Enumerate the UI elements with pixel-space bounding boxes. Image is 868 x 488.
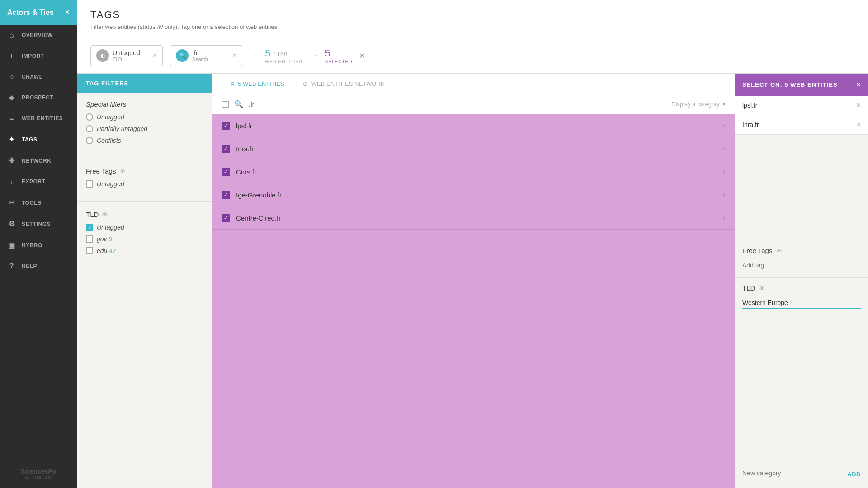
sidebar-item-crawl[interactable]: ○ CRAWL bbox=[0, 66, 77, 87]
page-header: TAGS Filter web entities (status IN only… bbox=[77, 0, 868, 38]
entity-row[interactable]: ✓ lpsl.fr › bbox=[212, 114, 735, 137]
main-content: TAGS Filter web entities (status IN only… bbox=[77, 0, 868, 488]
entity-arrow-icon: › bbox=[723, 145, 726, 153]
entity-row[interactable]: ✓ Ige-Grenoble.fr › bbox=[212, 183, 735, 206]
filter-tag-type: TLD bbox=[113, 56, 140, 62]
selection-item-name: Inra.fr bbox=[742, 121, 759, 128]
right-free-tags-eye-icon[interactable]: 👁 bbox=[776, 247, 782, 254]
entity-row[interactable]: ✓ Cnrs.fr › bbox=[212, 160, 735, 183]
sidebar-item-tags[interactable]: ✦ TAGS bbox=[0, 129, 77, 150]
tld-value-input[interactable] bbox=[742, 297, 861, 309]
tools-icon: ✂ bbox=[7, 198, 16, 207]
right-free-tags-section: Free Tags 👁 bbox=[735, 240, 868, 277]
add-tag-input[interactable] bbox=[742, 260, 861, 271]
free-tags-untagged-checkbox[interactable]: Untagged bbox=[86, 180, 203, 188]
radio-circle bbox=[86, 113, 93, 121]
tld-edu-checkbox[interactable]: edu 47 bbox=[86, 247, 203, 254]
filter-tag-close[interactable]: × bbox=[153, 52, 157, 60]
sidebar-close-button[interactable]: × bbox=[65, 8, 70, 17]
entity-row[interactable]: ✓ Centre-Cired.fr › bbox=[212, 206, 735, 230]
entity-count-number: 5 / 168 bbox=[265, 47, 302, 59]
sidebar-item-network[interactable]: ✤ NETWORK bbox=[0, 150, 77, 171]
entity-arrow-icon: › bbox=[723, 122, 726, 130]
sidebar: Actors & Ties × ⌂ OVERVIEW + IMPORT ○ CR… bbox=[0, 0, 77, 488]
left-panel: TAG FILTERS Special filters Untagged Par… bbox=[77, 74, 212, 488]
entity-row[interactable]: ✓ Inra.fr › bbox=[212, 137, 735, 160]
filter-tag-fr: .fr bbox=[192, 49, 208, 56]
sidebar-item-settings[interactable]: ⚙ SETTINGS bbox=[0, 213, 77, 235]
radio-circle bbox=[86, 125, 93, 132]
checkbox-box bbox=[86, 247, 93, 254]
sidebar-item-label: SETTINGS bbox=[22, 221, 51, 227]
filter-tag-search: Search bbox=[192, 56, 208, 62]
selection-item-name: lpsl.fr bbox=[742, 102, 757, 109]
free-tags-untagged-label: Untagged bbox=[97, 180, 124, 188]
web-entities-icon: ≡ bbox=[7, 114, 16, 122]
overview-icon: ⌂ bbox=[7, 31, 16, 39]
fr-filter-close[interactable]: × bbox=[232, 52, 236, 60]
arrow1-icon: → bbox=[250, 51, 258, 61]
tab-web-entities[interactable]: ≡ 5 WEB ENTITIES bbox=[222, 74, 293, 94]
sidebar-item-tools[interactable]: ✂ TOOLS bbox=[0, 192, 77, 213]
sidebar-item-import[interactable]: + IMPORT bbox=[0, 46, 77, 66]
free-tags-section: Free Tags 👁 Untagged bbox=[77, 160, 212, 199]
entity-name: Centre-Cired.fr bbox=[236, 214, 723, 222]
radio-conflicts-label: Conflicts bbox=[97, 137, 121, 144]
entity-name: Cnrs.fr bbox=[236, 168, 723, 176]
tld-gov-checkbox[interactable]: gov 9 bbox=[86, 235, 203, 243]
sidebar-item-hybro[interactable]: ▣ HYBRO bbox=[0, 235, 77, 256]
tld-gov-label: gov 9 bbox=[97, 235, 112, 243]
entity-checkbox[interactable]: ✓ bbox=[222, 122, 230, 130]
entity-arrow-icon: › bbox=[723, 214, 726, 222]
import-icon: + bbox=[7, 52, 16, 60]
selection-item-remove[interactable]: × bbox=[857, 101, 861, 109]
new-category-input[interactable] bbox=[742, 468, 847, 479]
sidebar-item-web-entities[interactable]: ≡ WEB ENTITIES bbox=[0, 108, 77, 129]
sidebar-item-prospect[interactable]: ♣ PROSPECT bbox=[0, 87, 77, 108]
selection-item-remove[interactable]: × bbox=[857, 121, 861, 129]
untagged-filter-tag[interactable]: ◐ Untagged TLD × bbox=[90, 45, 163, 66]
entity-checkbox[interactable]: ✓ bbox=[222, 191, 230, 199]
selection-close-button[interactable]: × bbox=[856, 80, 861, 89]
radio-conflicts[interactable]: Conflicts bbox=[86, 137, 203, 144]
arrow2-icon: → bbox=[310, 51, 318, 61]
add-category-button[interactable]: ADD bbox=[847, 471, 861, 478]
search-select-all-checkbox[interactable] bbox=[222, 101, 229, 108]
untagged-tag-icon: ◐ bbox=[96, 49, 109, 62]
fr-filter-tag[interactable]: 🔍 .fr Search × bbox=[170, 45, 242, 66]
radio-untagged[interactable]: Untagged bbox=[86, 113, 203, 121]
free-tags-eye-icon[interactable]: 👁 bbox=[119, 168, 126, 175]
display-category-button[interactable]: Display a category ▾ bbox=[671, 101, 726, 108]
sidebar-item-label: CRAWL bbox=[22, 74, 43, 80]
tld-untagged-checkbox[interactable]: ✓ Untagged bbox=[86, 224, 203, 231]
free-tags-title: Free Tags bbox=[86, 167, 116, 175]
sidebar-footer: SciencesPo MÉDIALAB bbox=[0, 460, 77, 488]
tab-network[interactable]: ⊕ WEB ENTITIES NETWORK bbox=[293, 74, 394, 94]
filter-tag-name: Untagged bbox=[113, 49, 140, 56]
page-title: TAGS bbox=[90, 9, 854, 21]
sidebar-item-help[interactable]: ? HELP bbox=[0, 256, 77, 277]
new-category-section: ADD bbox=[735, 460, 868, 488]
right-tld-title: TLD bbox=[742, 284, 755, 292]
entity-checkbox[interactable]: ✓ bbox=[222, 145, 230, 153]
filter-bar: ◐ Untagged TLD × 🔍 .fr Search × → 5 / 16… bbox=[77, 38, 868, 74]
entity-checkbox[interactable]: ✓ bbox=[222, 168, 230, 176]
search-bar: 🔍 Display a category ▾ bbox=[212, 94, 735, 114]
entity-checkbox[interactable]: ✓ bbox=[222, 214, 230, 222]
right-tld-eye-icon[interactable]: 👁 bbox=[759, 285, 765, 292]
radio-partially-untagged[interactable]: Partially untagged bbox=[86, 125, 203, 132]
selection-panel-header: SELECTION: 5 WEB ENTITIES × bbox=[735, 74, 868, 96]
crawl-icon: ○ bbox=[7, 73, 16, 81]
selected-clear-button[interactable]: × bbox=[359, 51, 365, 61]
radio-untagged-label: Untagged bbox=[97, 113, 124, 121]
search-input[interactable] bbox=[249, 101, 666, 108]
sidebar-item-label: EXPORT bbox=[22, 178, 45, 185]
sidebar-item-export[interactable]: ↓ EXPORT bbox=[0, 171, 77, 192]
tld-eye-icon[interactable]: 👁 bbox=[102, 211, 108, 218]
entity-name: Ige-Grenoble.fr bbox=[236, 191, 723, 199]
tld-section: TLD 👁 ✓ Untagged gov 9 edu 47 bbox=[77, 203, 212, 266]
sciences-po-logo: SciencesPo MÉDIALAB bbox=[7, 468, 70, 481]
sidebar-item-label: OVERVIEW bbox=[22, 32, 52, 38]
right-tld-section: TLD 👁 bbox=[735, 278, 868, 315]
sidebar-item-overview[interactable]: ⌂ OVERVIEW bbox=[0, 25, 77, 46]
